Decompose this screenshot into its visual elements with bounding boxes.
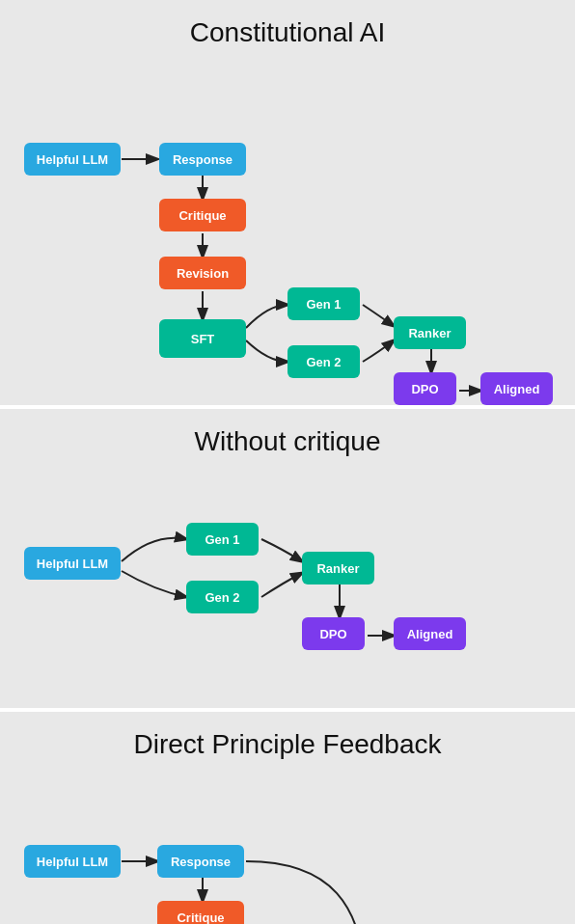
arrows-svg-2: [10, 475, 565, 687]
node-helpful-llm-3: Helpful LLM: [24, 845, 121, 878]
diagram-dpf: Helpful LLM Response Critique Revision D…: [10, 777, 565, 924]
node-ranker-1: Ranker: [394, 316, 466, 349]
panel1-title: Constitutional AI: [10, 17, 565, 48]
diagram-constitutional-ai: Helpful LLM Response Critique Revision S…: [10, 66, 565, 384]
node-aligned-2: Aligned: [394, 617, 466, 650]
node-gen2-1: Gen 2: [288, 345, 360, 378]
node-dpo-1: DPO: [394, 372, 456, 405]
arrows-svg-1: [10, 66, 565, 384]
node-critique-1: Critique: [159, 199, 246, 231]
node-ranker-2: Ranker: [302, 552, 374, 584]
diagram-without-critique: Helpful LLM Gen 1 Gen 2 Ranker DPO Align…: [10, 475, 565, 687]
panel-without-critique: Without critique Helpful LLM Gen 1 Gen 2…: [0, 409, 575, 708]
node-response-1: Response: [159, 143, 246, 176]
node-gen2-2: Gen 2: [186, 581, 259, 613]
node-helpful-llm-1: Helpful LLM: [24, 143, 121, 176]
node-dpo-2: DPO: [302, 617, 365, 650]
node-response-3: Response: [157, 845, 244, 878]
panel-constitutional-ai: Constitutional AI: [0, 0, 575, 405]
node-gen1-1: Gen 1: [288, 287, 360, 320]
panel3-title: Direct Principle Feedback: [10, 729, 565, 760]
node-aligned-1: Aligned: [480, 372, 553, 405]
panel2-title: Without critique: [10, 426, 565, 457]
node-revision-1: Revision: [159, 257, 246, 289]
node-helpful-llm-2: Helpful LLM: [24, 547, 121, 580]
panel-dpf: Direct Principle Feedback Helpful LLM Re…: [0, 712, 575, 924]
node-critique-3: Critique: [157, 901, 244, 924]
node-gen1-2: Gen 1: [186, 523, 259, 556]
node-sft-1: SFT: [159, 319, 246, 358]
